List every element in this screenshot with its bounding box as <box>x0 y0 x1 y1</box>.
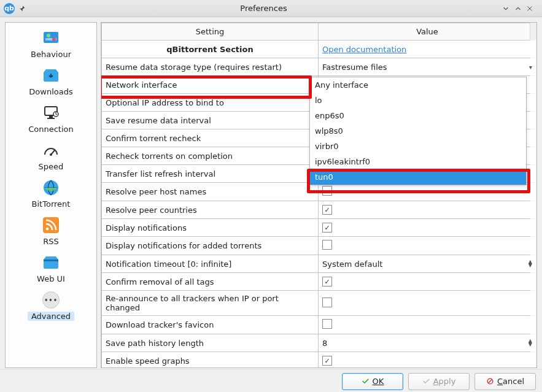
sidebar-item-label: RSS <box>43 237 59 246</box>
sidebar-item-label: Advanced <box>28 312 74 321</box>
titlebar: qb Preferences <box>0 0 542 17</box>
downloads-icon <box>42 66 60 85</box>
pin-icon[interactable] <box>18 5 26 12</box>
svg-point-1 <box>47 34 50 37</box>
iface-option[interactable]: virbr0 <box>310 139 526 154</box>
row-label: Resolve peer countries <box>102 201 319 219</box>
iface-option[interactable]: Any interface <box>310 77 526 93</box>
svg-rect-11 <box>43 217 59 233</box>
speed-graphs-check[interactable]: ✓ <box>322 356 332 366</box>
behaviour-icon <box>42 29 60 47</box>
sidebar-item-webui[interactable]: Web UI <box>6 251 96 288</box>
iface-option-selected[interactable]: tun0 <box>310 169 526 185</box>
sidebar-item-speed[interactable]: Speed <box>6 139 96 176</box>
row-label: Resume data storage type (requires resta… <box>102 58 319 76</box>
section-title: qBittorrent Section <box>102 40 319 58</box>
iface-option[interactable]: ipv6leakintrf0 <box>310 154 526 169</box>
row-label: Re-announce to all trackers when IP or p… <box>102 291 319 316</box>
row-label: Confirm torrent recheck <box>102 129 319 147</box>
col-setting[interactable]: Setting <box>102 23 319 40</box>
iface-option[interactable]: wlp8s0 <box>310 123 526 139</box>
sidebar-item-label: Connection <box>28 125 74 134</box>
rss-icon <box>42 216 60 234</box>
svg-point-12 <box>46 228 49 231</box>
row-label: Transfer list refresh interval <box>102 165 319 183</box>
resolve-country-check[interactable]: ✓ <box>322 205 332 215</box>
iface-option[interactable]: lo <box>310 93 526 108</box>
notif-timeout-spin[interactable]: System default▲▼ <box>319 255 536 273</box>
cancel-icon <box>486 377 494 385</box>
spin-arrows-icon: ▲▼ <box>528 260 532 267</box>
row-label: Save path history length <box>102 334 319 352</box>
svg-line-15 <box>488 379 492 383</box>
svg-rect-5 <box>49 115 53 118</box>
close-icon[interactable] <box>526 5 538 12</box>
spin-arrows-icon: ▲▼ <box>528 339 532 347</box>
svg-point-3 <box>52 37 56 41</box>
confirm-tags-check[interactable]: ✓ <box>322 277 332 286</box>
sidebar-item-advanced[interactable]: ••• Advanced <box>6 288 96 326</box>
display-notif-check[interactable]: ✓ <box>322 223 332 233</box>
svg-rect-13 <box>44 259 58 261</box>
category-sidebar: Behaviour Downloads Connection Speed Bit <box>5 22 97 368</box>
sidebar-item-behaviour[interactable]: Behaviour <box>6 26 96 64</box>
favicon-check[interactable] <box>322 319 332 329</box>
sidebar-item-label: Speed <box>39 162 64 171</box>
open-doc-link[interactable]: Open documentation <box>322 45 406 54</box>
col-value[interactable]: Value <box>319 23 536 40</box>
row-label: Network interface <box>102 76 319 94</box>
apply-button[interactable]: Apply <box>408 373 470 390</box>
sidebar-item-connection[interactable]: Connection <box>6 101 96 139</box>
webui-icon <box>42 253 60 272</box>
settings-panel: Setting Value qBittorrent Section Open d… <box>101 22 537 368</box>
sidebar-item-label: BitTorrent <box>32 199 71 209</box>
sidebar-item-label: Web UI <box>37 274 65 283</box>
check-icon <box>362 377 370 385</box>
advanced-icon: ••• <box>42 291 60 309</box>
iface-option[interactable]: enp6s0 <box>310 108 526 123</box>
svg-line-9 <box>51 150 55 155</box>
row-label: Confirm removal of all tags <box>102 273 319 291</box>
svg-rect-0 <box>44 32 58 43</box>
row-label: Notification timeout [0: infinite] <box>102 255 319 273</box>
dialog-button-bar: OK Apply Cancel <box>0 369 542 392</box>
network-interface-dropdown[interactable]: Any interface lo enp6s0 wlp8s0 virbr0 ip… <box>309 77 527 185</box>
save-path-hist-spin[interactable]: 8▲▼ <box>319 334 536 352</box>
row-label: Save resume data interval <box>102 112 319 129</box>
app-icon: qb <box>4 3 15 14</box>
row-label: Enable speed graphs <box>102 352 319 369</box>
resolve-host-check[interactable] <box>322 186 332 196</box>
sidebar-item-bittorrent[interactable]: BitTorrent <box>6 176 96 213</box>
minimize-icon[interactable] <box>501 4 514 13</box>
row-label: Display notifications for added torrents <box>102 237 319 255</box>
reannounce-check[interactable] <box>322 298 332 307</box>
bittorrent-icon <box>42 179 60 197</box>
row-label: Resolve peer host names <box>102 183 319 201</box>
row-label: Optional IP address to bind to <box>102 94 319 112</box>
svg-rect-6 <box>47 118 55 119</box>
sidebar-item-label: Behaviour <box>31 50 71 59</box>
display-notif-added-check[interactable] <box>322 240 332 250</box>
sidebar-item-rss[interactable]: RSS <box>6 213 96 251</box>
speed-icon <box>42 141 60 159</box>
window-title: Preferences <box>26 4 501 13</box>
chevron-down-icon: ▾ <box>529 64 532 71</box>
maximize-icon[interactable] <box>514 4 526 13</box>
settings-table: Setting Value qBittorrent Section Open d… <box>101 23 536 368</box>
ok-button[interactable]: OK <box>342 373 403 390</box>
row-label: Display notifications <box>102 219 319 237</box>
sidebar-item-downloads[interactable]: Downloads <box>6 64 96 101</box>
check-icon <box>422 377 430 385</box>
connection-icon <box>42 104 60 122</box>
sidebar-item-label: Downloads <box>29 87 72 96</box>
row-label: Download tracker's favicon <box>102 316 319 334</box>
cancel-button[interactable]: Cancel <box>474 373 536 390</box>
resume-storage-combo[interactable]: Fastresume files▾ <box>319 58 536 76</box>
row-label: Recheck torrents on completion <box>102 147 319 165</box>
